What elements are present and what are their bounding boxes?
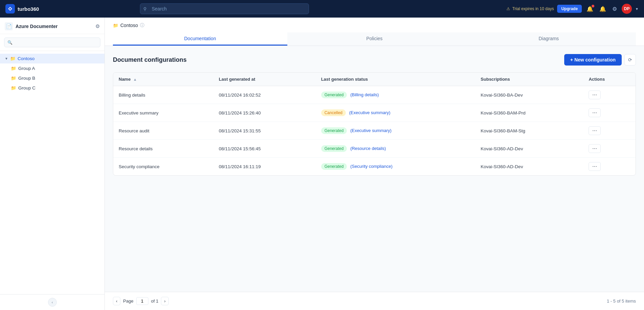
status-link[interactable]: (Security compliance) (350, 164, 392, 169)
status-link[interactable]: (Executive summary) (349, 110, 390, 115)
col-last-generated: Last generated at (213, 73, 315, 86)
cell-subscriptions: Kovai-SI360-BA-Dev (475, 86, 583, 104)
sidebar-tree: ▼ 📁 Contoso 📁 Group A 📁 Group B 📁 Group … (0, 51, 104, 294)
cell-subscriptions: Kovai-SI360-BAM-Stg (475, 122, 583, 140)
sidebar-search-container: 🔍 (0, 34, 104, 51)
page-of-label: of 1 (151, 299, 159, 304)
main-layout: 📄 Azure Documenter ⚙ 🔍 ▼ 📁 Contoso 📁 Gro… (0, 18, 644, 310)
row-actions-button[interactable]: ⋯ (589, 144, 601, 153)
status-link[interactable]: (Billing details) (350, 92, 379, 97)
warning-icon: ⚠ (506, 6, 510, 11)
cell-actions: ⋯ (583, 158, 636, 176)
table-row: Billing details 08/11/2024 16:02:52 Gene… (113, 86, 636, 104)
sidebar-search-input[interactable] (4, 37, 100, 47)
row-actions-button[interactable]: ⋯ (589, 126, 601, 135)
col-actions: Actions (583, 73, 636, 86)
status-link[interactable]: (Executive summary) (350, 128, 391, 133)
trial-badge: ⚠ Trial expires in 10 days (506, 6, 554, 11)
cell-name: Billing details (113, 86, 213, 104)
content-body: Document configurations + New configurat… (105, 46, 644, 292)
breadcrumb-label: Contoso (120, 23, 138, 28)
tab-policies[interactable]: Policies (287, 32, 462, 46)
search-container: ⚲ (140, 3, 309, 14)
notifications-button[interactable]: 🔔 (585, 4, 595, 14)
avatar[interactable]: DP (622, 4, 632, 14)
content-header: 📁 Contoso ⓘ Documentation Policies Diagr… (105, 18, 644, 46)
status-link[interactable]: (Resource details) (350, 146, 386, 151)
sidebar-settings-button[interactable]: ⚙ (95, 23, 100, 29)
sidebar-search-icon: 🔍 (7, 40, 13, 45)
table-row: Executive summary 08/11/2024 15:26:40 Ca… (113, 104, 636, 122)
sidebar-collapse-area: ‹ (0, 294, 104, 310)
cell-status: Cancelled (Executive summary) (316, 104, 475, 122)
col-subscriptions: Subscriptions (475, 73, 583, 86)
status-badge: Generated (321, 145, 347, 152)
sidebar-item-group-a[interactable]: 📁 Group A (0, 63, 104, 73)
sidebar-app-label: Azure Documenter (16, 24, 57, 29)
prev-page-button[interactable]: ‹ (113, 297, 120, 305)
section-actions: + New configuration ⟳ (564, 54, 636, 66)
folder-icon: 📁 (11, 76, 16, 81)
breadcrumb: 📁 Contoso ⓘ (113, 22, 636, 28)
sidebar-item-label: Group B (18, 76, 35, 81)
col-status: Last generation status (316, 73, 475, 86)
cell-status: Generated (Billing details) (316, 86, 475, 104)
topnav-right: ⚠ Trial expires in 10 days Upgrade 🔔 🔔 ⚙… (506, 4, 639, 14)
sidebar-item-group-b[interactable]: 📁 Group B (0, 73, 104, 83)
section-title: Document configurations (113, 56, 187, 63)
sidebar-item-contoso[interactable]: ▼ 📁 Contoso (0, 54, 104, 63)
cell-status: Generated (Executive summary) (316, 122, 475, 140)
sidebar-item-label: Contoso (18, 56, 34, 61)
sidebar-collapse-button[interactable]: ‹ (48, 298, 57, 307)
cell-name: Security compliance (113, 158, 213, 176)
logo-icon (5, 4, 15, 14)
app-name: turbo360 (18, 6, 39, 12)
gear-icon: ⚙ (612, 6, 617, 12)
cell-subscriptions: Kovai-SI360-AD-Dev (475, 140, 583, 158)
cell-actions: ⋯ (583, 122, 636, 140)
status-badge: Generated (321, 92, 347, 98)
tab-diagrams[interactable]: Diagrams (461, 32, 636, 46)
info-icon[interactable]: ⓘ (140, 22, 144, 28)
row-actions-button[interactable]: ⋯ (589, 162, 601, 171)
chevron-down-icon: ▼ (635, 7, 639, 11)
refresh-button[interactable]: ⟳ (624, 54, 636, 66)
cell-actions: ⋯ (583, 140, 636, 158)
cell-actions: ⋯ (583, 104, 636, 122)
new-configuration-button[interactable]: + New configuration (564, 54, 622, 66)
logo[interactable]: turbo360 (5, 4, 39, 14)
tab-documentation[interactable]: Documentation (113, 32, 287, 46)
items-summary: 1 - 5 of 5 items (607, 299, 636, 304)
cell-last-generated: 08/11/2024 16:02:52 (213, 86, 315, 104)
notification-dot (592, 5, 594, 7)
cell-status: Generated (Security compliance) (316, 158, 475, 176)
row-actions-button[interactable]: ⋯ (589, 91, 601, 99)
sidebar: 📄 Azure Documenter ⚙ 🔍 ▼ 📁 Contoso 📁 Gro… (0, 18, 105, 310)
refresh-icon: ⟳ (628, 57, 632, 62)
folder-icon: 📁 (10, 56, 16, 61)
alerts-button[interactable]: 🔔 (598, 4, 607, 14)
cell-name: Executive summary (113, 104, 213, 122)
search-input[interactable] (140, 3, 309, 14)
trial-text: Trial expires in 10 days (512, 6, 554, 11)
main-content: 📁 Contoso ⓘ Documentation Policies Diagr… (105, 18, 644, 310)
row-actions-button[interactable]: ⋯ (589, 108, 601, 117)
page-label: Page (123, 299, 133, 304)
col-name[interactable]: Name ▲ (113, 73, 213, 86)
cell-actions: ⋯ (583, 86, 636, 104)
search-icon: ⚲ (143, 6, 147, 11)
status-badge: Generated (321, 163, 347, 170)
sidebar-item-group-c[interactable]: 📁 Group C (0, 83, 104, 93)
next-page-button[interactable]: › (161, 297, 168, 305)
settings-button[interactable]: ⚙ (611, 4, 618, 14)
folder-icon: 📁 (11, 85, 16, 91)
table-row: Resource details 08/11/2024 15:56:45 Gen… (113, 140, 636, 158)
sidebar-header: 📄 Azure Documenter ⚙ (0, 18, 104, 34)
page-input[interactable] (136, 297, 148, 305)
cell-name: Resource audit (113, 122, 213, 140)
upgrade-button[interactable]: Upgrade (557, 5, 582, 13)
tab-bar: Documentation Policies Diagrams (113, 32, 636, 46)
cell-last-generated: 08/11/2024 15:26:40 (213, 104, 315, 122)
cell-last-generated: 08/11/2024 15:56:45 (213, 140, 315, 158)
configurations-table: Name ▲ Last generated at Last generation… (113, 72, 636, 176)
